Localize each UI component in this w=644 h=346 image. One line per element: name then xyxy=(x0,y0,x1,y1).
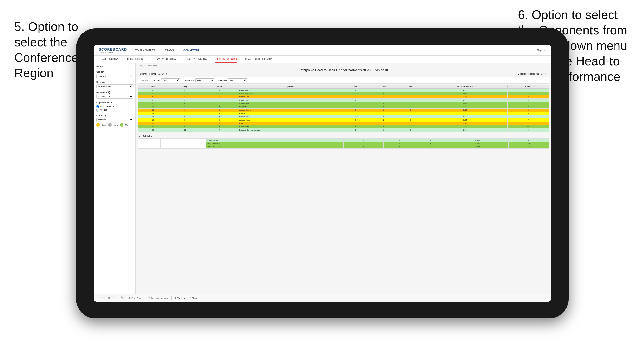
nav-committee[interactable]: COMMITTEE xyxy=(182,49,200,52)
dot-down-label: Down xyxy=(102,124,106,126)
undo-icon[interactable]: ↩ xyxy=(96,296,98,300)
filter-container: Opponents: Region (All) Conference (All) xyxy=(138,77,549,84)
toolbar-divider-2 xyxy=(125,296,125,300)
table-row: 20117Federica Domecq Lacroze2101.336 xyxy=(138,129,549,132)
out-of-division-title: Out of division xyxy=(138,135,549,138)
tablet-device: SCOREBOARD Powered by clippd TOURNAMENTS… xyxy=(76,28,568,318)
dot-down xyxy=(96,123,100,127)
logo-text: SCOREBOARD xyxy=(99,47,127,51)
sidebar-division-select[interactable]: NCAA Division III xyxy=(96,84,133,88)
save-custom-view-label: Save Custom View xyxy=(151,297,168,299)
sub-nav-player-h2h-heatmap[interactable]: PLAYER H2H HEATMAP xyxy=(244,56,272,63)
sidebar-player-rank-label: Player (Rank) xyxy=(96,91,133,94)
table-row: 1474Eunice Yi2200.389 xyxy=(138,112,549,115)
dot-level xyxy=(108,123,112,127)
sidebar: Player Gender Women's Division NCAA Divi… xyxy=(94,63,136,294)
opponent-filter: Opponent (All) xyxy=(218,78,247,82)
sub-navbar: TEAM SUMMARY TEAM H2H GRID TEAM H2H HEAT… xyxy=(94,56,551,63)
col-win: Win xyxy=(342,85,369,89)
nav-teams[interactable]: TEAMS xyxy=(164,49,175,52)
sub-nav-player-h2h-grid[interactable]: PLAYER H2H GRID xyxy=(215,56,238,63)
sidebar-player-section: Player xyxy=(96,66,133,68)
save-custom-view-btn[interactable]: 💾 Save Custom View xyxy=(146,296,170,300)
table-row: 914Sharon Mun13.673 xyxy=(138,99,549,102)
bottom-toolbar: ↩ ↩ ↪ ⧉ 📋 🕐 👁 View: Original 💾 Save Cust… xyxy=(94,294,551,302)
nav-sign-out[interactable]: Sign out xyxy=(537,49,546,51)
view-icon: 👁 xyxy=(128,297,130,299)
nav-right: Sign out xyxy=(537,49,546,51)
out-of-division-table: Foreign Team1004.5002NAIA Division 11500… xyxy=(138,139,549,149)
col-loss: Loss xyxy=(369,85,399,89)
radio-top-100[interactable]: Top 100 xyxy=(96,109,133,112)
col-opponent: Opponent xyxy=(238,85,342,89)
colour-dots: Down Level Up xyxy=(96,123,133,127)
table-row: 19106Emily Chang4000.3011 xyxy=(138,125,549,129)
opponent-filter-label: Opponent xyxy=(218,79,227,81)
watch-btn[interactable]: 👁 Watch ▾ xyxy=(174,296,186,300)
toolbar-divider-1 xyxy=(118,296,118,300)
share-icon: ↗ xyxy=(189,297,191,299)
col-tie: Tie xyxy=(399,85,422,89)
paste-icon[interactable]: 📋 xyxy=(112,296,116,300)
scoreboard-logo: SCOREBOARD Powered by clippd xyxy=(99,47,127,53)
watch-label: Watch xyxy=(178,297,183,299)
share-label: Share xyxy=(192,297,198,299)
tablet-screen: SCOREBOARD Powered by clippd TOURNAMENTS… xyxy=(94,45,551,302)
division-record-label: Division Record: xyxy=(518,73,535,75)
sub-nav-team-summary[interactable]: TEAM SUMMARY xyxy=(99,56,119,63)
main-data-table: # Div # Reg # Conf Opponent Win Loss Tie… xyxy=(138,85,549,132)
table-row: 1311Jessica Huang010-3.002 xyxy=(138,109,549,112)
dot-level-label: Level xyxy=(114,124,118,126)
table-row: 522Alexis Sudjianto1004.003 xyxy=(138,92,549,95)
opponents-text: Opponents: xyxy=(140,79,150,81)
dot-up xyxy=(120,123,124,127)
sub-nav-player-summary[interactable]: PLAYER SUMMARY xyxy=(185,56,208,63)
col-rounds: Rounds xyxy=(508,85,548,89)
sidebar-gender-label: Gender xyxy=(96,71,133,73)
conference-filter-label: Conference xyxy=(184,79,194,81)
last-updated: Last Updated: 27/03/2024 xyxy=(138,65,549,67)
table-row: 1636Jessica Mason120-0.947 xyxy=(138,119,549,122)
sidebar-division-label: Division xyxy=(96,81,133,83)
table-row: NAIA Division 115009.26730 xyxy=(138,142,549,145)
table-row: 1063Andrea York2004.004 xyxy=(138,102,549,105)
sidebar-colour-select[interactable]: Win/loss xyxy=(96,118,133,122)
col-diff: Diff Av Strokes/Rnd xyxy=(422,85,508,89)
sidebar-opponent-view-section: Opponent view Opponents Played Top 100 xyxy=(96,101,133,112)
redo-icon[interactable]: ↪ xyxy=(104,296,106,300)
sidebar-player-label: Player xyxy=(96,66,133,68)
share-btn[interactable]: ↗ Share xyxy=(188,296,199,300)
table-row: 1585Stella Cheng1001.254 xyxy=(138,115,549,119)
table-row: 633Sydney Kuo010-1.003 xyxy=(138,95,549,99)
sub-nav-team-h2h-heatmap[interactable]: TEAM H2H HEATMAP xyxy=(153,56,178,63)
table-row: 1822Euna Lee010-5.002 xyxy=(138,122,549,125)
sidebar-player-rank-section: Player (Rank) 8. Katelyn Vo xyxy=(96,91,133,99)
division-record: Division Record: 331 - 34 - 6 xyxy=(518,73,546,75)
logo-sub: Powered by clippd xyxy=(99,51,127,53)
sub-nav-team-h2h-grid[interactable]: TEAM H2H GRID xyxy=(126,56,146,63)
grid-records: Overall Record: 353 - 34 - 6 Division Re… xyxy=(138,73,549,75)
radio-opponents-played[interactable]: Opponents Played xyxy=(96,105,133,108)
copy-icon[interactable]: ⧉ xyxy=(108,296,110,300)
clock-icon[interactable]: 🕐 xyxy=(120,296,123,300)
table-row: NCAA Division 25007.40010 xyxy=(138,145,549,149)
view-original-btn[interactable]: 👁 View: Original xyxy=(127,296,145,300)
conference-filter: Conference (All) xyxy=(184,78,214,82)
nav-tournaments[interactable]: TOURNAMENTS xyxy=(134,49,156,52)
overall-record: Overall Record: 353 - 34 - 6 xyxy=(140,73,168,75)
sidebar-player-rank-select[interactable]: 8. Katelyn Vo xyxy=(96,95,133,99)
conference-filter-select[interactable]: (All) xyxy=(195,78,214,82)
undo2-icon[interactable]: ↩ xyxy=(100,296,102,300)
col-conf: # Conf xyxy=(202,85,238,89)
opponent-filter-select[interactable]: (All) xyxy=(228,78,247,82)
view-original-label: View: Original xyxy=(131,297,144,299)
sidebar-radio-group: Opponents Played Top 100 xyxy=(96,105,133,112)
table-row: Foreign Team1004.5002 xyxy=(138,139,549,142)
region-filter-select[interactable]: (All) xyxy=(161,78,180,82)
sidebar-colour-label: Colour by xyxy=(96,115,133,117)
toolbar-divider-3 xyxy=(171,296,172,300)
grid-title: Katelyn Vo Head-to-Head Grid for Women's… xyxy=(138,68,549,72)
sidebar-gender-select[interactable]: Women's xyxy=(96,74,133,78)
filter-row: Opponents: Region (All) Conference (All) xyxy=(140,78,546,82)
content-area: Last Updated: 27/03/2024 Katelyn Vo Head… xyxy=(136,63,551,294)
